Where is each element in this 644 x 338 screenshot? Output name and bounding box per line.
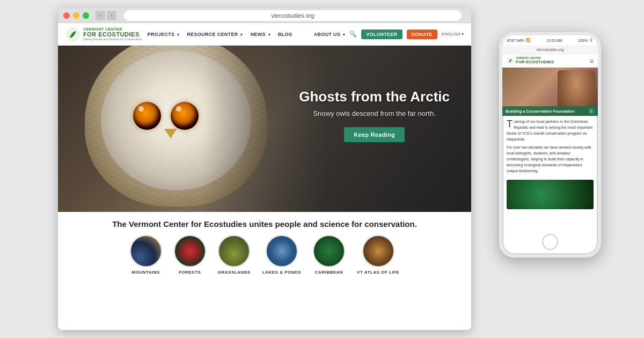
phone-thumbnail	[507, 180, 594, 209]
logo-main: FOR ECOSTUDIES	[83, 31, 142, 38]
nav-buttons: ‹ ›	[96, 11, 116, 20]
url-text: vtecostudies.org	[271, 12, 314, 19]
phone-logo-icon	[507, 57, 514, 64]
site-navigation: VERMONT CENTER FOR ECOSTUDIES Uniting Pe…	[58, 23, 471, 46]
category-lakes[interactable]: LAKES & PONDS	[262, 235, 301, 275]
hero-text-block: Ghosts from the Arctic Snowy owls descen…	[299, 89, 450, 142]
forests-label: FORESTS	[179, 270, 201, 275]
phone-address-bar[interactable]: vtecostudies.org	[502, 45, 598, 55]
phone-hero-image: Building a Conservation Foundation i	[502, 68, 598, 116]
wifi-icon: 📶	[526, 38, 531, 42]
category-caribbean[interactable]: CARIBBEAN	[313, 235, 345, 275]
caribbean-label: CARIBBEAN	[315, 270, 343, 275]
browser-content: VERMONT CENTER FOR ECOSTUDIES Uniting Pe…	[58, 23, 471, 330]
grasslands-image	[218, 235, 250, 267]
category-grasslands[interactable]: GRASSLANDS	[218, 235, 251, 275]
browser-window: ‹ › vtecostudies.org VERMONT CENTER FOR …	[58, 8, 471, 330]
phone-menu-icon[interactable]: ≡	[590, 57, 594, 65]
forests-image	[174, 235, 206, 267]
maximize-button[interactable]	[83, 12, 89, 19]
category-vtatlas[interactable]: VT ATLAS OF LIFE	[357, 235, 399, 275]
phone-info-icon[interactable]: i	[588, 108, 595, 114]
hero-title: Ghosts from the Arctic	[299, 89, 450, 105]
phone-status-right: 100% 🔋	[578, 38, 594, 42]
vtatlas-image	[362, 235, 394, 267]
lakes-label: LAKES & PONDS	[262, 270, 301, 275]
phone-time: 10:53 AM	[546, 39, 562, 42]
language-selector[interactable]: ENGLISH ▾	[442, 32, 464, 36]
phone-hero-label: Building a Conservation Foundation i	[502, 106, 598, 116]
phone-power-button	[599, 78, 601, 97]
nav-links: PROJECTS ▾ RESOURCE CENTER ▾ NEWS ▾ BLOG	[147, 32, 308, 37]
lakes-image	[266, 235, 298, 267]
carrier-label: AT&T WiFi	[507, 39, 524, 42]
site-tagline: The Vermont Center for Ecostudies unites…	[69, 219, 460, 229]
hero-subtitle: Snowy owls descend from the far north.	[299, 109, 450, 117]
search-icon[interactable]: 🔍	[349, 31, 357, 38]
mountains-label: MOUNTAINS	[132, 270, 160, 275]
phone-status-bar: AT&T WiFi 📶 10:53 AM 100% 🔋	[502, 35, 598, 45]
back-button[interactable]: ‹	[96, 11, 105, 20]
grasslands-label: GRASSLANDS	[218, 270, 251, 275]
forward-button[interactable]: ›	[107, 11, 116, 20]
vtatlas-label: VT ATLAS OF LIFE	[357, 270, 399, 275]
battery-icon: 🔋	[589, 38, 594, 42]
logo-text: VERMONT CENTER FOR ECOSTUDIES Uniting Pe…	[83, 27, 142, 41]
category-mountains[interactable]: MOUNTAINS	[130, 235, 162, 275]
phone-mockup: AT&T WiFi 📶 10:53 AM 100% 🔋 vtecostudies…	[499, 32, 601, 258]
nav-projects[interactable]: PROJECTS ▾	[147, 32, 179, 37]
categories-row: MOUNTAINS FORESTS GRASSLANDS LAKES & PON…	[69, 235, 460, 279]
phone-hero-text: Building a Conservation Foundation	[506, 109, 575, 114]
phone-screen: AT&T WiFi 📶 10:53 AM 100% 🔋 vtecostudies…	[502, 35, 598, 254]
phone-status-left: AT&T WiFi 📶	[507, 38, 531, 42]
site-bottom: The Vermont Center for Ecostudies unites…	[58, 212, 471, 283]
keep-reading-button[interactable]: Keep Reading	[344, 127, 405, 142]
logo[interactable]: VERMONT CENTER FOR ECOSTUDIES Uniting Pe…	[65, 27, 142, 42]
phone-article-paragraph1: raining of our local partners in the Dom…	[507, 120, 592, 141]
phone-article-paragraph2: For over two decades we have worked clos…	[507, 145, 594, 174]
phone-url: vtecostudies.org	[537, 48, 564, 52]
caribbean-image	[313, 235, 345, 267]
hero-section: Ghosts from the Arctic Snowy owls descen…	[58, 46, 471, 212]
address-bar[interactable]: vtecostudies.org	[124, 10, 462, 21]
browser-titlebar: ‹ › vtecostudies.org	[58, 8, 471, 23]
phone-logo-main: FOR ECOSTUDIES	[516, 60, 554, 65]
hero-background: Ghosts from the Arctic Snowy owls descen…	[58, 46, 471, 212]
nav-right: ABOUT US ▾ 🔍 VOLUNTEER DONATE ENGLISH ▾	[314, 30, 464, 39]
logo-top: VERMONT CENTER	[83, 27, 142, 32]
nav-news[interactable]: NEWS ▾	[251, 32, 270, 37]
phone-article: T raining of our local partners in the D…	[502, 116, 598, 178]
logo-sub: Uniting People and Science for Conservat…	[83, 38, 142, 41]
phone-logo: VERMONT CENTER FOR ECOSTUDIES	[507, 57, 554, 64]
category-forests[interactable]: FORESTS	[174, 235, 206, 275]
nav-about-us[interactable]: ABOUT US ▾	[314, 32, 346, 37]
mountains-image	[130, 235, 162, 267]
phone-nav-bar: VERMONT CENTER FOR ECOSTUDIES ≡	[502, 55, 598, 68]
logo-icon	[65, 27, 80, 42]
volunteer-button[interactable]: VOLUNTEER	[361, 30, 402, 39]
donate-button[interactable]: DONATE	[407, 30, 437, 39]
nav-blog[interactable]: BLOG	[278, 32, 292, 37]
phone-home-button[interactable]	[542, 234, 558, 250]
nav-resource-center[interactable]: RESOURCE CENTER ▾	[187, 32, 243, 37]
phone-drop-cap: T	[507, 119, 513, 129]
close-button[interactable]	[63, 12, 70, 19]
phone-logo-text: VERMONT CENTER FOR ECOSTUDIES	[516, 57, 554, 64]
minimize-button[interactable]	[73, 12, 79, 19]
battery-label: 100%	[578, 39, 588, 42]
